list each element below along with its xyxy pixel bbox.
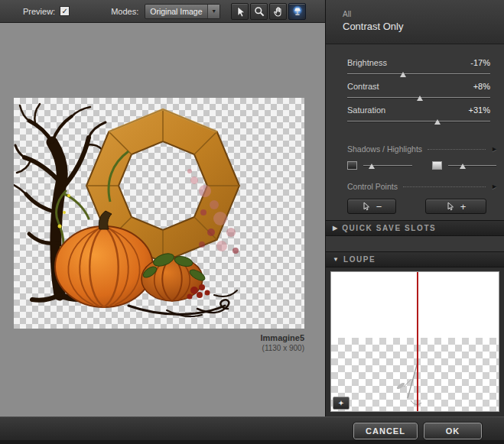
loupe-header[interactable]: ▼ LOUPE bbox=[326, 251, 504, 267]
footer-bar: CANCEL OK bbox=[0, 416, 504, 444]
image-preview[interactable] bbox=[14, 98, 304, 329]
slider-row-saturation: Saturation +31% bbox=[347, 105, 490, 125]
tool-buttons bbox=[231, 3, 306, 20]
contrast-slider-thumb[interactable] bbox=[417, 96, 423, 101]
contrast-value: +8% bbox=[473, 82, 490, 92]
saturation-slider-thumb[interactable] bbox=[434, 119, 441, 125]
shadows-slider-thumb[interactable] bbox=[369, 164, 375, 169]
quick-save-slots-label: QUICK SAVE SLOTS bbox=[342, 224, 436, 232]
control-points-label: Control Points bbox=[347, 182, 398, 191]
loupe-crosshair-line bbox=[417, 272, 418, 411]
hand-icon bbox=[272, 5, 285, 18]
slider-row-brightness: Brightness -17% bbox=[347, 58, 490, 77]
select-tool-button[interactable] bbox=[231, 3, 249, 20]
remove-control-point-button[interactable]: − bbox=[347, 199, 396, 214]
loupe-pin-button[interactable]: ✦ bbox=[333, 397, 350, 410]
editor-dialog: Preview: ✓ Modes: Original Image ▼ bbox=[0, 0, 504, 444]
mode-dropdown-value: Original Image bbox=[145, 7, 207, 16]
shadows-highlights-sliders bbox=[326, 154, 504, 170]
shadows-highlights-label: Shadows / Highlights bbox=[347, 144, 422, 154]
hand-tool-button[interactable] bbox=[269, 3, 287, 20]
quick-save-slots-header[interactable]: ▶ QUICK SAVE SLOTS bbox=[326, 220, 504, 236]
ok-button[interactable]: OK bbox=[424, 423, 482, 439]
filter-scope-label: All bbox=[343, 10, 504, 18]
add-control-point-button[interactable]: + bbox=[425, 199, 486, 214]
shadows-highlights-expand-icon[interactable]: ► bbox=[491, 145, 498, 153]
shadows-highlights-row: Shadows / Highlights ► bbox=[326, 144, 504, 154]
filter-title: Contrast Only bbox=[343, 21, 504, 32]
checkmark-icon: ✓ bbox=[61, 8, 67, 15]
collapsed-arrow-icon: ▶ bbox=[333, 225, 337, 232]
loupe-view: ✦ bbox=[330, 271, 499, 412]
lamp-glow-icon bbox=[291, 5, 304, 18]
cancel-button[interactable]: CANCEL bbox=[353, 423, 418, 439]
loupe-label: LOUPE bbox=[343, 255, 376, 264]
brightness-value: -17% bbox=[470, 58, 490, 68]
chevron-down-icon: ▼ bbox=[207, 5, 219, 18]
shadows-slider[interactable] bbox=[363, 163, 412, 169]
minus-icon: − bbox=[376, 202, 382, 212]
control-point-cursor-icon bbox=[362, 202, 371, 211]
divider-line bbox=[403, 186, 486, 187]
saturation-label: Saturation bbox=[347, 105, 385, 115]
shadows-swatch bbox=[347, 161, 357, 170]
image-caption: Immagine5 (1130 x 900) bbox=[14, 333, 304, 352]
saturation-slider[interactable] bbox=[347, 118, 490, 125]
saturation-value: +31% bbox=[469, 105, 490, 115]
magnifier-icon bbox=[253, 5, 265, 18]
shadows-mini-slider bbox=[347, 161, 412, 170]
highlights-slider[interactable] bbox=[448, 163, 497, 169]
image-dimensions: (1130 x 900) bbox=[14, 344, 304, 352]
top-toolbar: Preview: ✓ Modes: Original Image ▼ bbox=[0, 0, 325, 23]
preview-label: Preview: bbox=[23, 7, 55, 16]
control-points-row: Control Points ► bbox=[326, 182, 504, 191]
highlights-swatch bbox=[432, 161, 442, 170]
brightness-slider[interactable] bbox=[347, 71, 490, 77]
control-point-cursor-icon bbox=[446, 202, 455, 211]
brightness-label: Brightness bbox=[347, 58, 387, 68]
slider-group: Brightness -17% Contrast +8% Saturatio bbox=[326, 44, 504, 125]
plus-icon: + bbox=[460, 202, 467, 212]
brightness-slider-thumb[interactable] bbox=[400, 72, 406, 77]
mode-dropdown[interactable]: Original Image ▼ bbox=[145, 4, 220, 19]
preview-canvas: Immagine5 (1130 x 900) bbox=[0, 23, 325, 416]
highlights-slider-thumb[interactable] bbox=[460, 164, 466, 169]
control-points-expand-icon[interactable]: ► bbox=[491, 183, 498, 190]
adjustments-panel: All Contrast Only Brightness -17% Contra… bbox=[325, 0, 504, 416]
halloween-artwork bbox=[14, 98, 304, 329]
modes-label: Modes: bbox=[111, 7, 138, 16]
contrast-slider[interactable] bbox=[347, 95, 490, 101]
divider-line bbox=[428, 149, 486, 150]
image-title: Immagine5 bbox=[14, 333, 304, 342]
control-point-buttons: − + bbox=[326, 191, 504, 214]
zoom-tool-button[interactable] bbox=[250, 3, 268, 20]
cursor-arrow-icon bbox=[234, 5, 246, 18]
filter-header[interactable]: All Contrast Only bbox=[326, 0, 504, 44]
expanded-arrow-icon: ▼ bbox=[333, 256, 339, 263]
highlights-mini-slider bbox=[432, 161, 497, 170]
light-tool-button[interactable] bbox=[288, 3, 306, 20]
slider-row-contrast: Contrast +8% bbox=[347, 82, 490, 101]
contrast-label: Contrast bbox=[347, 82, 379, 92]
loupe-zoomed-branch bbox=[331, 272, 499, 412]
star-cursor-icon: ✦ bbox=[338, 400, 344, 407]
preview-checkbox[interactable]: ✓ bbox=[60, 6, 70, 16]
loupe-panel: ✦ bbox=[326, 267, 504, 418]
